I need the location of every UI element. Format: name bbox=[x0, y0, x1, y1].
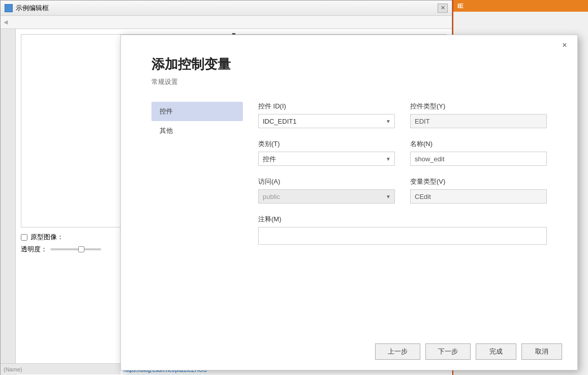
var-type-label: 变量类型(V) bbox=[410, 177, 547, 186]
control-id-label: 控件 ID(I) bbox=[258, 102, 395, 111]
cancel-button[interactable]: 取消 bbox=[521, 343, 562, 360]
form-group-control-id: 控件 ID(I) IDC_EDIT1 ▼ bbox=[258, 102, 395, 128]
modal-title: 添加控制变量 bbox=[151, 55, 547, 73]
idc-label: (Name) bbox=[4, 366, 22, 372]
access-select[interactable]: public bbox=[258, 189, 395, 204]
nav-item-controls[interactable]: 控件 bbox=[151, 102, 243, 121]
category-select-wrapper: 控件 ▼ bbox=[258, 152, 395, 166]
nav-panel: 控件 其他 bbox=[151, 102, 243, 257]
control-type-label: 控件类型(Y) bbox=[410, 102, 547, 111]
prev-button[interactable]: 上一步 bbox=[375, 343, 420, 360]
opacity-slider[interactable] bbox=[50, 248, 101, 250]
modal-dialog: × 添加控制变量 常规设置 控件 其他 控件 ID(I) IDC_EDIT1 bbox=[120, 35, 578, 370]
access-label: 访问(A) bbox=[258, 177, 395, 186]
modal-body: 添加控制变量 常规设置 控件 其他 控件 ID(I) IDC_EDIT1 bbox=[121, 35, 577, 278]
comment-input[interactable] bbox=[258, 227, 547, 245]
modal-subtitle: 常规设置 bbox=[151, 77, 547, 86]
access-select-wrapper: public ▼ bbox=[258, 189, 395, 204]
comment-label: 注释(M) bbox=[258, 215, 547, 224]
slider-thumb[interactable] bbox=[78, 246, 84, 252]
prototype-checkbox[interactable] bbox=[21, 234, 27, 241]
nav-item-other[interactable]: 其他 bbox=[151, 121, 243, 140]
control-id-select-wrapper: IDC_EDIT1 ▼ bbox=[258, 114, 395, 128]
name-label: 名称(N) bbox=[410, 139, 547, 149]
form-row-4: 注释(M) bbox=[258, 215, 547, 246]
form-group-category: 类别(T) 控件 ▼ bbox=[258, 139, 395, 166]
win-icon bbox=[5, 4, 13, 12]
form-group-name: 名称(N) bbox=[410, 139, 547, 166]
form-group-comment: 注释(M) bbox=[258, 215, 547, 246]
modal-content: 控件 其他 控件 ID(I) IDC_EDIT1 ▼ bbox=[151, 102, 547, 257]
opacity-label: 透明度： bbox=[21, 245, 47, 254]
modal-footer: 上一步 下一步 完成 取消 bbox=[375, 343, 562, 360]
bg-titlebar: 示例编辑框 ✕ bbox=[1, 1, 452, 16]
form-row-2: 类别(T) 控件 ▼ 名称(N) bbox=[258, 139, 547, 166]
bg-window-title: 示例编辑框 bbox=[16, 4, 49, 13]
category-label: 类别(T) bbox=[258, 139, 395, 149]
right-strip-header: IE bbox=[453, 0, 588, 12]
form-group-access: 访问(A) public ▼ bbox=[258, 177, 395, 204]
next-button[interactable]: 下一步 bbox=[425, 343, 471, 360]
form-group-control-type: 控件类型(Y) bbox=[410, 102, 547, 128]
bg-toolbar: ◀ bbox=[1, 16, 452, 29]
bg-title-area: 示例编辑框 bbox=[5, 4, 49, 13]
control-type-input bbox=[410, 114, 547, 128]
bg-sidebar bbox=[1, 29, 16, 375]
finish-button[interactable]: 完成 bbox=[476, 343, 516, 360]
name-input[interactable] bbox=[410, 152, 547, 166]
control-id-select[interactable]: IDC_EDIT1 bbox=[258, 114, 395, 128]
modal-close-button[interactable]: × bbox=[560, 40, 570, 50]
form-group-var-type: 变量类型(V) bbox=[410, 177, 547, 204]
prototype-label: 原型图像： bbox=[30, 233, 64, 242]
form-row-3: 访问(A) public ▼ 变量类型(V) bbox=[258, 177, 547, 204]
category-select[interactable]: 控件 bbox=[258, 152, 395, 166]
var-type-input bbox=[410, 189, 547, 204]
form-panel: 控件 ID(I) IDC_EDIT1 ▼ 控件类型(Y) bbox=[258, 102, 547, 257]
form-row-1: 控件 ID(I) IDC_EDIT1 ▼ 控件类型(Y) bbox=[258, 102, 547, 128]
bg-close-button[interactable]: ✕ bbox=[438, 4, 448, 13]
